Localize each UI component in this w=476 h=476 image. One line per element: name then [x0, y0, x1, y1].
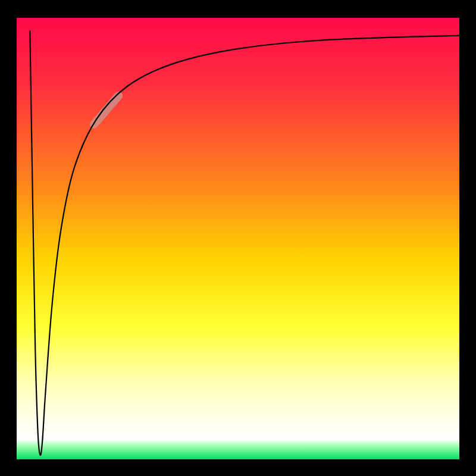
- frame-bottom: [0, 459, 476, 476]
- frame-right: [459, 0, 476, 476]
- frame-left: [0, 0, 17, 476]
- plot-background: [17, 18, 459, 459]
- frame-top: [0, 0, 476, 18]
- chart-stage: TheBottleneck.com: [0, 0, 476, 476]
- bottleneck-chart: [0, 0, 476, 476]
